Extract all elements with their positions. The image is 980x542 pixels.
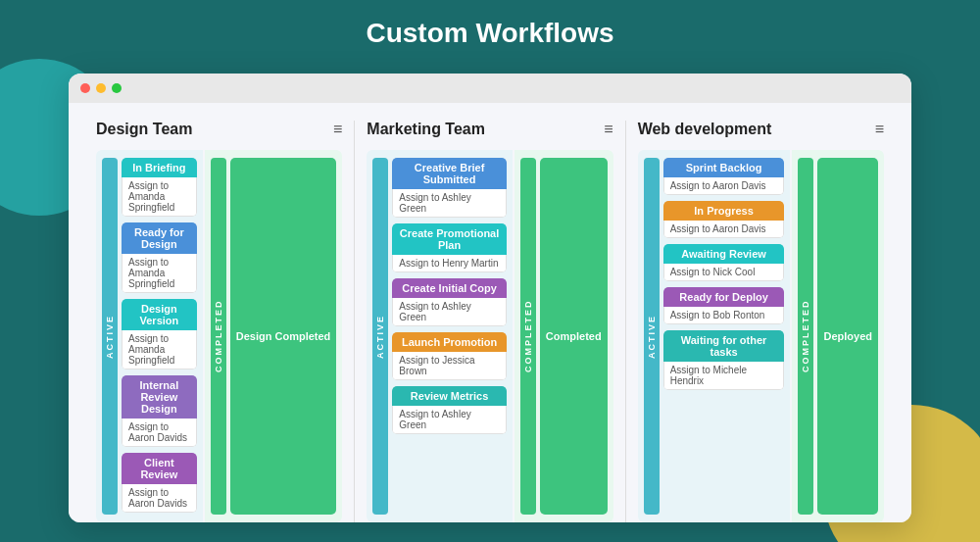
task-card-marketing-team-0[interactable]: Creative Brief SubmittedAssign to Ashley… <box>392 158 506 218</box>
completed-task-label-web-development: Deployed <box>817 158 878 515</box>
task-card-marketing-team-4[interactable]: Review MetricsAssign to Ashley Green <box>392 386 506 434</box>
column-menu-icon-design-team[interactable]: ≡ <box>333 121 342 138</box>
task-assign-web-development-1: Assign to Aaron Davis <box>663 221 785 238</box>
task-label-marketing-team-2: Create Initial Copy <box>392 278 506 298</box>
task-card-web-development-3[interactable]: Ready for DeployAssign to Bob Ronton <box>663 287 785 324</box>
column-menu-icon-marketing-team[interactable]: ≡ <box>604 121 612 138</box>
task-card-design-team-4[interactable]: Client ReviewAssign to Aaron Davids <box>122 453 197 513</box>
task-label-design-team-3: Internal Review Design <box>122 375 197 419</box>
task-assign-design-team-1: Assign to Amanda Springfield <box>122 254 197 293</box>
section-completed-marketing-team: COMPLETEDCompleted <box>514 150 613 522</box>
task-label-design-team-4: Client Review <box>122 453 197 484</box>
column-title-web-development: Web development <box>638 121 772 138</box>
task-label-web-development-1: In Progress <box>663 201 785 221</box>
tasks-list-design-team: In BriefingAssign to Amanda SpringfieldR… <box>122 158 197 515</box>
task-card-design-team-1[interactable]: Ready for DesignAssign to Amanda Springf… <box>122 222 197 293</box>
task-label-marketing-team-4: Review Metrics <box>392 386 506 406</box>
column-menu-icon-web-development[interactable]: ≡ <box>875 121 884 138</box>
task-assign-web-development-2: Assign to Nick Cool <box>663 264 785 281</box>
task-card-marketing-team-2[interactable]: Create Initial CopyAssign to Ashley Gree… <box>392 278 506 326</box>
tasks-list-marketing-team: Creative Brief SubmittedAssign to Ashley… <box>392 158 506 515</box>
task-card-web-development-4[interactable]: Waiting for other tasksAssign to Michele… <box>663 330 785 390</box>
task-label-web-development-2: Awaiting Review <box>663 244 785 264</box>
task-assign-marketing-team-2: Assign to Ashley Green <box>392 298 506 326</box>
page-title: Custom Workflows <box>0 0 980 61</box>
task-assign-design-team-0: Assign to Amanda Springfield <box>122 177 197 217</box>
completed-task-label-marketing-team: Completed <box>540 158 608 515</box>
section-completed-web-development: COMPLETEDDeployed <box>792 150 884 522</box>
task-label-web-development-3: Ready for Deploy <box>663 287 785 307</box>
task-assign-marketing-team-0: Assign to Ashley Green <box>392 189 506 218</box>
column-web-development: Web development≡ACTIVESprint BacklogAssi… <box>628 121 894 522</box>
completed-task-web-development[interactable]: Deployed <box>817 158 878 515</box>
col-divider-0 <box>354 121 355 522</box>
task-card-design-team-3[interactable]: Internal Review DesignAssign to Aaron Da… <box>122 375 197 447</box>
section-active-web-development: ACTIVESprint BacklogAssign to Aaron Davi… <box>638 150 791 522</box>
task-assign-web-development-3: Assign to Bob Ronton <box>663 307 785 324</box>
browser-dot-green <box>112 83 122 93</box>
task-label-web-development-4: Waiting for other tasks <box>663 330 785 362</box>
task-card-design-team-0[interactable]: In BriefingAssign to Amanda Springfield <box>122 158 197 217</box>
col-divider-1 <box>625 121 626 522</box>
column-header-web-development: Web development≡ <box>638 121 884 138</box>
active-label-marketing-team: ACTIVE <box>372 158 388 515</box>
task-card-web-development-1[interactable]: In ProgressAssign to Aaron Davis <box>663 201 785 238</box>
task-assign-marketing-team-3: Assign to Jessica Brown <box>392 352 506 380</box>
task-label-web-development-0: Sprint Backlog <box>663 158 785 177</box>
browser-dot-yellow <box>96 83 106 93</box>
task-label-marketing-team-1: Create Promotional Plan <box>392 223 506 255</box>
column-design-team: Design Team≡ACTIVEIn BriefingAssign to A… <box>86 121 352 522</box>
completed-task-marketing-team[interactable]: Completed <box>540 158 608 515</box>
completed-label-web-development: COMPLETED <box>798 158 813 515</box>
task-label-design-team-0: In Briefing <box>122 158 197 177</box>
column-marketing-team: Marketing Team≡ACTIVECreative Brief Subm… <box>357 121 622 522</box>
task-card-web-development-2[interactable]: Awaiting ReviewAssign to Nick Cool <box>663 244 785 281</box>
column-header-marketing-team: Marketing Team≡ <box>367 121 612 138</box>
section-active-design-team: ACTIVEIn BriefingAssign to Amanda Spring… <box>96 150 203 522</box>
column-body-web-development: ACTIVESprint BacklogAssign to Aaron Davi… <box>638 150 884 522</box>
task-card-web-development-0[interactable]: Sprint BacklogAssign to Aaron Davis <box>663 158 785 195</box>
completed-label-marketing-team: COMPLETED <box>520 158 536 515</box>
completed-label-design-team: COMPLETED <box>211 158 226 515</box>
task-label-marketing-team-0: Creative Brief Submitted <box>392 158 506 189</box>
column-body-marketing-team: ACTIVECreative Brief SubmittedAssign to … <box>367 150 612 522</box>
task-label-design-team-1: Ready for Design <box>122 222 197 254</box>
section-completed-design-team: COMPLETEDDesign Completed <box>205 150 343 522</box>
task-assign-design-team-3: Assign to Aaron Davids <box>122 419 197 447</box>
completed-task-design-team[interactable]: Design Completed <box>230 158 337 515</box>
main-content: Design Team≡ACTIVEIn BriefingAssign to A… <box>69 103 911 522</box>
browser-chrome <box>69 74 911 103</box>
task-card-marketing-team-1[interactable]: Create Promotional PlanAssign to Henry M… <box>392 223 506 272</box>
column-title-marketing-team: Marketing Team <box>367 121 485 138</box>
task-label-marketing-team-3: Launch Promotion <box>392 332 506 352</box>
active-label-web-development: ACTIVE <box>644 158 660 515</box>
active-label-design-team: ACTIVE <box>102 158 118 515</box>
column-header-design-team: Design Team≡ <box>96 121 342 138</box>
column-body-design-team: ACTIVEIn BriefingAssign to Amanda Spring… <box>96 150 342 522</box>
section-active-marketing-team: ACTIVECreative Brief SubmittedAssign to … <box>367 150 512 522</box>
task-assign-marketing-team-4: Assign to Ashley Green <box>392 406 506 434</box>
tasks-list-web-development: Sprint BacklogAssign to Aaron DavisIn Pr… <box>663 158 785 515</box>
task-label-design-team-2: Design Version <box>122 299 197 330</box>
task-assign-design-team-2: Assign to Amanda Springfield <box>122 330 197 370</box>
task-card-marketing-team-3[interactable]: Launch PromotionAssign to Jessica Brown <box>392 332 506 380</box>
task-assign-web-development-0: Assign to Aaron Davis <box>663 177 785 195</box>
task-card-design-team-2[interactable]: Design VersionAssign to Amanda Springfie… <box>122 299 197 370</box>
browser-dot-red <box>80 83 90 93</box>
task-assign-web-development-4: Assign to Michele Hendrix <box>663 362 785 390</box>
task-assign-design-team-4: Assign to Aaron Davids <box>122 484 197 513</box>
browser-window: Design Team≡ACTIVEIn BriefingAssign to A… <box>69 74 911 522</box>
completed-task-label-design-team: Design Completed <box>230 158 337 515</box>
task-assign-marketing-team-1: Assign to Henry Martin <box>392 255 506 272</box>
column-title-design-team: Design Team <box>96 121 192 138</box>
